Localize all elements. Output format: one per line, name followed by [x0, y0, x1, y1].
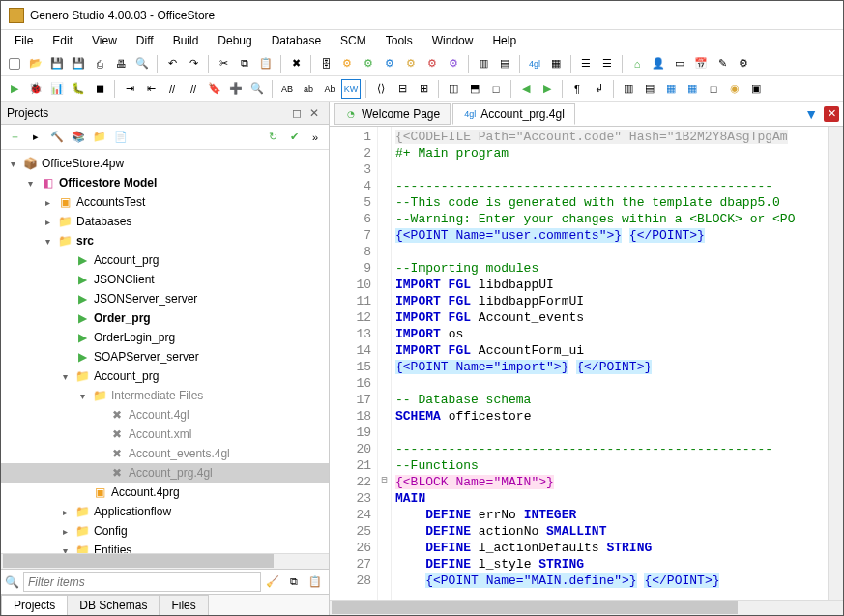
menu-tools[interactable]: Tools [378, 32, 421, 49]
user-icon[interactable]: 👤 [649, 54, 668, 73]
save-as-icon[interactable]: ⎙ [90, 54, 109, 73]
edit-icon[interactable]: ✎ [713, 54, 732, 73]
home-icon[interactable]: ⌂ [627, 54, 647, 73]
gear-red-icon[interactable]: ⚙ [422, 54, 442, 73]
cal-icon[interactable]: 📅 [691, 54, 711, 73]
pt-add-icon[interactable]: ＋ [5, 128, 24, 147]
tree-item[interactable]: ▶OrderLogin_prg [1, 328, 329, 347]
tab-dropdown-icon[interactable]: ▼ [804, 106, 818, 122]
outdent-icon[interactable]: ⇤ [141, 79, 160, 99]
tree-item[interactable]: ▣Account.4prg [1, 483, 329, 502]
menu-database[interactable]: Database [264, 32, 329, 49]
comment-icon[interactable]: // [162, 79, 182, 99]
tree-item[interactable]: ✖Account_events.4gl [1, 444, 329, 463]
menu-file[interactable]: File [7, 32, 41, 49]
tree-item[interactable]: ▶Order_prg [1, 308, 329, 328]
pt-hammer-icon[interactable]: 🔨 [47, 128, 67, 147]
form-mode-icon[interactable]: ▦ [546, 54, 566, 73]
pt-chevron-icon[interactable]: » [306, 128, 325, 147]
twisty-icon[interactable]: ▾ [59, 371, 71, 382]
new-icon[interactable] [5, 54, 24, 73]
twisty-icon[interactable]: ▸ [42, 217, 53, 227]
layout2-icon[interactable]: ▤ [495, 54, 514, 73]
layout1-icon[interactable]: ▥ [474, 54, 493, 73]
case-ab-icon[interactable]: ab [299, 79, 318, 99]
collapse-all-icon[interactable]: ⊟ [393, 79, 412, 99]
tree-item[interactable]: ▸📁Applicationflow [1, 502, 329, 521]
twisty-icon[interactable]: ▾ [24, 178, 36, 189]
stop-icon[interactable]: ◼ [90, 79, 109, 99]
wrap-icon[interactable]: ↲ [589, 79, 608, 99]
filter-input[interactable] [23, 572, 261, 592]
open-icon[interactable]: 📂 [26, 54, 45, 73]
project-tree[interactable]: ▾📦OfficeStore.4pw▾◧Officestore Model▸▣Ac… [1, 150, 329, 553]
editor-tab[interactable]: ◔Welcome Page [334, 103, 451, 125]
nav-back-icon[interactable]: ◀ [516, 79, 536, 99]
gear-yellow-icon[interactable]: ⚙ [401, 54, 421, 73]
panel-b-icon[interactable]: ▤ [640, 79, 659, 99]
fold-column[interactable]: ⊟ [378, 127, 392, 600]
tree-item[interactable]: ▸▣AccountsTest [1, 192, 329, 212]
cut-icon[interactable]: ✂ [214, 54, 233, 73]
panel-f-icon[interactable]: ◉ [725, 79, 744, 99]
pt-check-icon[interactable]: ✔ [284, 128, 304, 147]
bookmark-icon[interactable]: 🔖 [205, 79, 224, 99]
nav-fwd-icon[interactable]: ▶ [538, 79, 557, 99]
panel-restore-icon[interactable]: ◻ [292, 106, 306, 120]
case-AB-icon[interactable]: AB [277, 79, 297, 99]
tree-item[interactable]: ▶Account_prg [1, 250, 329, 270]
gear-orange-icon[interactable]: ⚙ [337, 54, 357, 73]
menu-scm[interactable]: SCM [333, 32, 374, 49]
tree-item[interactable]: ▾📁src [1, 231, 329, 250]
bug-icon[interactable]: 🐛 [69, 79, 88, 99]
debug-run-icon[interactable]: 🐞 [26, 79, 45, 99]
split-v-icon[interactable]: ⬒ [465, 79, 484, 99]
tree-item[interactable]: ▾📁Intermediate Files [1, 386, 329, 405]
code-lines[interactable]: {<CODEFILE Path="Account.code" Hash="1B2… [392, 127, 843, 600]
tree-item[interactable]: ✖Account.xml [1, 425, 329, 444]
pt-sync-icon[interactable]: ↻ [263, 128, 282, 147]
panel-d-icon[interactable]: ▦ [683, 79, 702, 99]
tree-item[interactable]: ▸📁Databases [1, 212, 329, 231]
menu-window[interactable]: Window [424, 32, 481, 49]
bookmark-plus-icon[interactable]: ➕ [226, 79, 246, 99]
save-icon[interactable]: 💾 [47, 54, 67, 73]
pt-lib-icon[interactable]: 📚 [69, 128, 88, 147]
bottom-tab-files[interactable]: Files [159, 595, 208, 615]
case-Ab-icon[interactable]: Ab [320, 79, 339, 99]
menu-help[interactable]: Help [484, 32, 524, 49]
panel-c-icon[interactable]: ▦ [661, 79, 681, 99]
tree-item[interactable]: ▾◧Officestore Model [1, 173, 329, 192]
tree-item[interactable]: ▸📁Config [1, 521, 329, 541]
editor-vscroll[interactable] [828, 127, 843, 600]
profile-icon[interactable]: 📊 [47, 79, 67, 99]
expand-all-icon[interactable]: ⊞ [414, 79, 433, 99]
print-icon[interactable]: 🖶 [111, 54, 131, 73]
panel-close-icon[interactable]: ✕ [309, 106, 323, 120]
editor-tab[interactable]: 4glAccount_prg.4gl [452, 103, 575, 125]
run-icon[interactable]: ▶ [5, 79, 24, 99]
split-off-icon[interactable]: □ [486, 79, 506, 99]
bottom-tab-projects[interactable]: Projects [1, 595, 68, 615]
panel-a-icon[interactable]: ▥ [619, 79, 638, 99]
tab-close-icon[interactable]: ✕ [824, 106, 839, 122]
keyword-icon[interactable]: KW [341, 79, 361, 99]
4gl-mode-icon[interactable]: 4gl [525, 54, 544, 73]
tree-item[interactable]: ▶SOAPServer_server [1, 347, 329, 367]
panel-e-icon[interactable]: □ [704, 79, 723, 99]
tree-hscroll[interactable] [1, 553, 329, 569]
twisty-icon[interactable]: ▸ [59, 507, 71, 517]
tree-item[interactable]: ▾📁Account_prg [1, 367, 329, 386]
gear-purple-icon[interactable]: ⚙ [444, 54, 463, 73]
tree-item[interactable]: ▾📦OfficeStore.4pw [1, 154, 329, 173]
tree-item[interactable]: ✖Account.4gl [1, 405, 329, 425]
paste-icon[interactable]: 📋 [256, 54, 276, 73]
find-icon[interactable]: 🔍 [247, 79, 267, 99]
db-icon[interactable]: 🗄 [316, 54, 335, 73]
split-h-icon[interactable]: ◫ [444, 79, 463, 99]
filter-eraser-icon[interactable]: 🧹 [263, 572, 282, 592]
menu-view[interactable]: View [84, 32, 125, 49]
pt-file-icon[interactable]: 📄 [111, 128, 131, 147]
gear-blue-icon[interactable]: ⚙ [380, 54, 399, 73]
twisty-icon[interactable]: ▾ [42, 236, 53, 247]
